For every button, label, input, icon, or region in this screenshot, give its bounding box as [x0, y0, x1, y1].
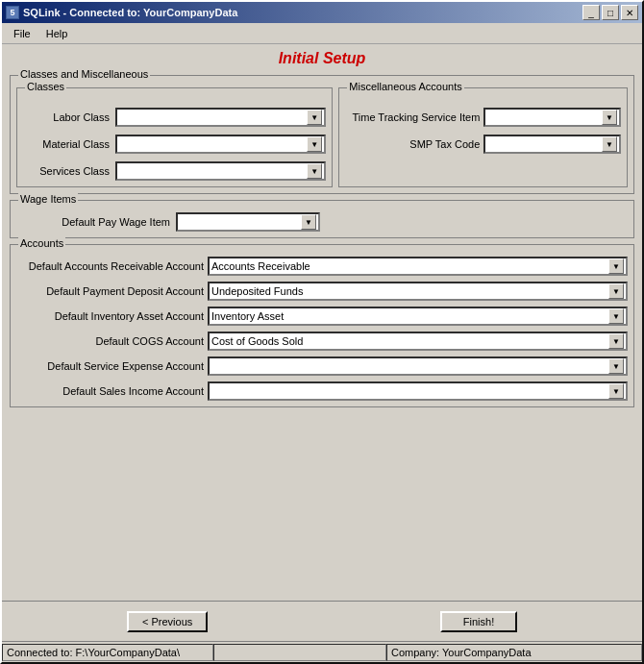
smp-tax-row: SMP Tax Code ▼: [345, 135, 621, 154]
labor-class-label: Labor Class: [23, 111, 110, 123]
account-arrow-2[interactable]: ▼: [608, 308, 624, 324]
finish-button[interactable]: Finish!: [440, 611, 517, 632]
wage-items-group: Wage Items Default Pay Wage Item ▼: [10, 200, 634, 238]
services-class-arrow[interactable]: ▼: [307, 163, 322, 179]
status-connected: Connected to: F:\YourCompanyData\: [2, 644, 213, 661]
page-title: Initial Setup: [10, 50, 634, 67]
classes-misc-title: Classes and Miscellaneous: [18, 68, 150, 80]
bottom-bar: < Previous Finish!: [2, 601, 642, 641]
account-label-0: Default Accounts Receivable Account: [16, 260, 204, 272]
labor-class-arrow[interactable]: ▼: [307, 110, 322, 125]
account-value-0: Accounts Receivable: [211, 260, 608, 272]
services-class-row: Services Class ▼: [23, 161, 326, 181]
account-arrow-3[interactable]: ▼: [608, 333, 624, 349]
menu-help[interactable]: Help: [38, 26, 76, 41]
account-row-3: Default COGS Account Cost of Goods Sold …: [16, 332, 628, 351]
pay-wage-row: Default Pay Wage Item ▼: [16, 212, 628, 232]
account-row-1: Default Payment Deposit Account Undeposi…: [16, 282, 628, 301]
account-row-4: Default Service Expense Account ▼: [16, 357, 628, 376]
material-class-label: Material Class: [23, 138, 110, 150]
labor-class-row: Labor Class ▼: [23, 108, 326, 127]
menu-file[interactable]: File: [6, 26, 38, 41]
account-label-4: Default Service Expense Account: [16, 360, 204, 372]
status-bar: Connected to: F:\YourCompanyData\ Compan…: [2, 641, 642, 662]
smp-tax-arrow[interactable]: ▼: [602, 136, 617, 152]
app-icon: 5: [6, 6, 19, 19]
account-value-3: Cost of Goods Sold: [211, 335, 608, 347]
account-arrow-0[interactable]: ▼: [608, 258, 624, 274]
services-class-dropdown[interactable]: ▼: [115, 161, 326, 181]
account-dropdown-3[interactable]: Cost of Goods Sold ▼: [208, 332, 628, 351]
title-bar: 5 SQLink - Connected to: YourCompanyData…: [2, 2, 642, 23]
misc-inner-group: Miscellaneous Accounts Time Tracking Ser…: [338, 87, 628, 187]
account-value-1: Undeposited Funds: [211, 285, 608, 297]
accounts-rows: Default Accounts Receivable Account Acco…: [16, 257, 628, 401]
account-arrow-1[interactable]: ▼: [608, 283, 624, 299]
time-tracking-dropdown[interactable]: ▼: [483, 108, 621, 127]
pay-wage-arrow[interactable]: ▼: [301, 214, 316, 230]
previous-button[interactable]: < Previous: [127, 611, 208, 632]
services-class-label: Services Class: [23, 165, 110, 177]
account-row-2: Default Inventory Asset Account Inventor…: [16, 307, 628, 326]
main-content: Initial Setup Classes and Miscellaneous …: [2, 44, 642, 618]
account-dropdown-0[interactable]: Accounts Receivable ▼: [208, 257, 628, 276]
material-class-arrow[interactable]: ▼: [307, 136, 322, 152]
close-button[interactable]: ✕: [621, 5, 638, 20]
minimize-button[interactable]: _: [582, 5, 600, 20]
status-middle: [213, 644, 386, 661]
maximize-button[interactable]: □: [602, 5, 619, 20]
labor-class-dropdown[interactable]: ▼: [115, 108, 326, 127]
window-title: SQLink - Connected to: YourCompanyData: [23, 7, 237, 18]
account-dropdown-5[interactable]: ▼: [208, 381, 628, 401]
classes-inner-title: Classes: [25, 81, 66, 92]
account-dropdown-2[interactable]: Inventory Asset ▼: [208, 307, 628, 326]
time-tracking-row: Time Tracking Service Item ▼: [345, 108, 621, 127]
account-row-5: Default Sales Income Account ▼: [16, 381, 628, 401]
wage-items-title: Wage Items: [18, 193, 78, 205]
classes-inner-group: Classes Labor Class ▼ Material Class: [16, 87, 333, 187]
smp-tax-dropdown[interactable]: ▼: [483, 135, 621, 154]
misc-inner-title: Miscellaneous Accounts: [347, 81, 463, 92]
account-dropdown-1[interactable]: Undeposited Funds ▼: [208, 282, 628, 301]
pay-wage-label: Default Pay Wage Item: [16, 216, 170, 228]
account-row-0: Default Accounts Receivable Account Acco…: [16, 257, 628, 276]
pay-wage-dropdown[interactable]: ▼: [176, 212, 320, 232]
accounts-title: Accounts: [18, 237, 65, 249]
account-arrow-4[interactable]: ▼: [608, 358, 624, 374]
account-value-2: Inventory Asset: [211, 310, 608, 322]
account-label-2: Default Inventory Asset Account: [16, 310, 204, 322]
account-arrow-5[interactable]: ▼: [608, 383, 624, 399]
account-label-3: Default COGS Account: [16, 335, 204, 347]
account-dropdown-4[interactable]: ▼: [208, 357, 628, 376]
material-class-dropdown[interactable]: ▼: [115, 135, 326, 154]
classes-misc-group: Classes and Miscellaneous Classes Labor …: [10, 75, 634, 194]
menu-bar: File Help: [2, 23, 642, 44]
smp-tax-label: SMP Tax Code: [345, 138, 480, 150]
time-tracking-label: Time Tracking Service Item: [345, 111, 480, 123]
account-label-1: Default Payment Deposit Account: [16, 285, 204, 297]
time-tracking-arrow[interactable]: ▼: [602, 110, 617, 125]
account-label-5: Default Sales Income Account: [16, 385, 204, 397]
accounts-group: Accounts Default Accounts Receivable Acc…: [10, 244, 634, 407]
status-company: Company: YourCompanyData: [386, 644, 642, 661]
material-class-row: Material Class ▼: [23, 135, 326, 154]
